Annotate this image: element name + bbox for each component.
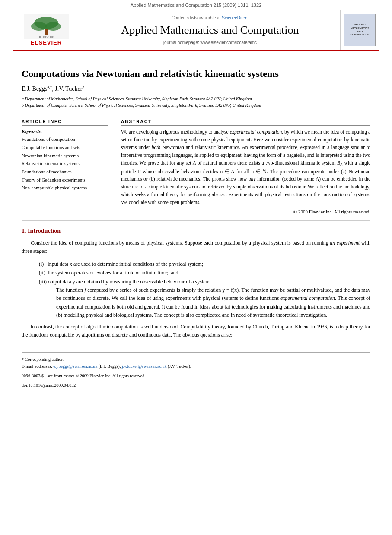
journal-title: Applied Mathematics and Computation xyxy=(121,24,299,37)
list-item-iii-subtext: The function f computed by a series of s… xyxy=(56,286,370,319)
keyword-4: Relativistic kinematic systems xyxy=(22,159,108,168)
intro-para-2: In contrast, the concept of algorithmic … xyxy=(22,323,370,339)
doi-line: doi:10.1016/j.amc.2009.04.052 xyxy=(22,382,370,389)
keyword-2: Computable functions and sets xyxy=(22,143,108,152)
intro-list: (i) input data x are used to determine i… xyxy=(39,260,370,319)
footnote-star: * Corresponding author. xyxy=(22,356,370,363)
main-content: Computations via Newtonian and relativis… xyxy=(0,51,392,398)
affiliation-a: a Department of Mathematics, School of P… xyxy=(22,96,370,102)
abstract-text: We are developing a rigorous methodology… xyxy=(121,128,370,206)
footnote-emails: E-mail addresses: e.j.beggs@swansea.ac.u… xyxy=(22,363,370,370)
science-direct-line: Contents lists available at ScienceDirec… xyxy=(172,16,249,20)
abstract-col: ABSTRACT We are developing a rigorous me… xyxy=(121,119,370,214)
keyword-3: Newtonian kinematic systems xyxy=(22,152,108,160)
journal-header: ELSEVIER ELSEVIER Contents lists availab… xyxy=(13,10,379,51)
keyword-1: Foundations of computation xyxy=(22,135,108,143)
authors: E.J. Beggsa,*, J.V. Tuckerb xyxy=(22,85,370,92)
keyword-6: Theory of Gedanken experiments xyxy=(22,176,108,184)
elsevier-brand: ELSEVIER xyxy=(31,39,62,46)
affiliation-b: b Department of Computer Science, School… xyxy=(22,102,370,108)
keywords-list: Foundations of computation Computable fu… xyxy=(22,135,108,192)
journal-reference: Applied Mathematics and Computation 215 … xyxy=(0,0,392,10)
divider-1 xyxy=(22,114,370,114)
author-beggs-super: a,* xyxy=(48,85,52,89)
author-tucker-super: b xyxy=(82,85,84,89)
copyright-line: © 2009 Elsevier Inc. All rights reserved… xyxy=(121,209,370,214)
elsevier-logo: ELSEVIER ELSEVIER xyxy=(24,14,69,46)
keyword-5: Foundations of mechanics xyxy=(22,168,108,176)
elsevier-logo-area: ELSEVIER ELSEVIER xyxy=(13,10,80,50)
article-info-abstract: ARTICLE INFO Keywords: Foundations of co… xyxy=(22,119,370,214)
journal-logo-right: APPLIEDMATHEMATICSANDCOMPUTATION xyxy=(340,10,379,50)
divider-2 xyxy=(22,220,370,221)
author-beggs: E.J. Beggs xyxy=(22,85,48,92)
email-link-beggs[interactable]: e.j.beggs@swansea.ac.uk xyxy=(53,364,97,369)
journal-title-area: Contents lists available at ScienceDirec… xyxy=(80,10,340,50)
introduction-heading: 1. Introduction xyxy=(22,228,370,235)
issn-line: 0096-3003/$ - see front matter © 2009 El… xyxy=(22,373,370,379)
svg-rect-4 xyxy=(45,29,48,35)
affiliations: a Department of Mathematics, School of P… xyxy=(22,96,370,108)
list-item-iii: (iii) output data y are obtained by meas… xyxy=(39,277,370,319)
elsevier-tree-icon: ELSEVIER xyxy=(24,14,69,39)
keywords-label: Keywords: xyxy=(22,128,108,134)
paper-title: Computations via Newtonian and relativis… xyxy=(22,68,370,80)
email-link-tucker[interactable]: j.v.tucker@swansea.ac.uk xyxy=(122,364,167,369)
abstract-heading: ABSTRACT xyxy=(121,119,370,126)
journal-homepage: journal homepage: www.elsevier.com/locat… xyxy=(163,40,257,45)
article-info-heading: ARTICLE INFO xyxy=(22,119,108,126)
list-item-ii: (ii) the system operates or evolves for … xyxy=(39,268,370,277)
svg-point-2 xyxy=(31,22,47,31)
science-direct-link[interactable]: ScienceDirect xyxy=(222,16,249,20)
svg-text:ELSEVIER: ELSEVIER xyxy=(38,36,53,39)
article-info-col: ARTICLE INFO Keywords: Foundations of co… xyxy=(22,119,108,214)
intro-para-1: Consider the idea of computing functions… xyxy=(22,239,370,255)
footnote-area: * Corresponding author. E-mail addresses… xyxy=(22,352,370,389)
journal-small-logo: APPLIEDMATHEMATICSANDCOMPUTATION xyxy=(344,14,376,46)
keyword-7: Non-computable physical systems xyxy=(22,184,108,192)
list-item-i: (i) input data x are used to determine i… xyxy=(39,260,370,268)
author-separator: , J.V. Tucker xyxy=(52,85,82,92)
